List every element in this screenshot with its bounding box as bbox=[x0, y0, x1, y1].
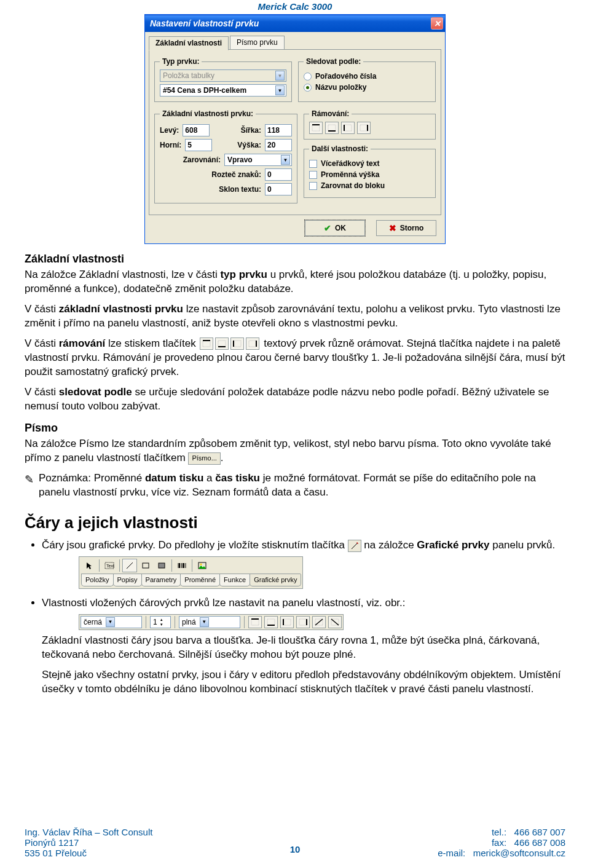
footer-street: Pionýrů 1217 bbox=[25, 837, 79, 848]
zakladni-legend: Základní vlastnosti prvku: bbox=[160, 109, 256, 118]
line-icon bbox=[122, 559, 137, 572]
radio-nazev-polozky[interactable] bbox=[304, 84, 312, 92]
border-left-icon bbox=[230, 337, 244, 350]
text: panelu prvků. bbox=[489, 539, 555, 551]
line-style-select: plná▼ bbox=[179, 616, 240, 628]
border-bottom-button[interactable] bbox=[325, 122, 339, 134]
check-icon: ✔ bbox=[324, 223, 331, 233]
border-bottom-icon bbox=[215, 337, 229, 350]
typ-prvku-disabled-value: Položka tabulky bbox=[163, 71, 214, 80]
text-strong: typ prvku bbox=[220, 269, 267, 280]
paragraph: V části sledovat podle se určuje sledová… bbox=[25, 385, 565, 414]
text: . bbox=[221, 452, 224, 464]
svg-rect-34 bbox=[267, 619, 275, 625]
svg-rect-8 bbox=[203, 341, 210, 347]
svg-rect-22 bbox=[143, 563, 149, 568]
ok-label: OK bbox=[335, 224, 346, 232]
roztec-input[interactable] bbox=[265, 168, 292, 181]
paragraph: Na záložce Základní vlastnosti, lze v čá… bbox=[25, 268, 565, 296]
bottom-tab-graficke: Grafické prvky bbox=[250, 574, 301, 586]
group-ramovani: Rámování: bbox=[304, 109, 436, 140]
svg-point-31 bbox=[200, 564, 202, 566]
tab-zakladni-vlastnosti[interactable]: Základní vlastnosti bbox=[149, 36, 229, 50]
chevron-down-icon: ▼ bbox=[275, 71, 285, 81]
text-strong: rámování bbox=[59, 337, 106, 349]
sklon-input[interactable] bbox=[265, 183, 292, 195]
border-right-icon bbox=[246, 337, 259, 350]
chk-zarovnat-blok[interactable] bbox=[309, 182, 317, 190]
text: Na záložce Základní vlastnosti, lze v čá… bbox=[25, 269, 220, 280]
chevron-down-icon[interactable]: ▼ bbox=[275, 85, 285, 95]
dalsi-legend: Další vlastnosti: bbox=[309, 144, 371, 153]
list-item: Čáry jsou grafické prvky. Do předlohy je… bbox=[42, 539, 565, 589]
filled-rect-icon bbox=[154, 559, 169, 572]
chk-promenna-vyska[interactable] bbox=[309, 171, 317, 179]
zarovnani-select[interactable]: Vpravo ▼ bbox=[224, 154, 292, 166]
svg-rect-32 bbox=[251, 619, 259, 625]
border-left-button[interactable] bbox=[341, 122, 355, 134]
border-right-icon bbox=[296, 616, 310, 628]
vyska-input[interactable] bbox=[265, 139, 292, 151]
svg-rect-23 bbox=[159, 563, 165, 568]
line-color-select: černá▼ bbox=[81, 616, 142, 628]
border-top-icon bbox=[200, 337, 213, 350]
sirka-input[interactable] bbox=[265, 124, 292, 136]
horni-label: Horní: bbox=[160, 141, 181, 149]
footer-tel: 466 687 007 bbox=[514, 827, 565, 837]
bottom-tab-polozky: Položky bbox=[81, 574, 114, 586]
pointer-icon bbox=[82, 559, 96, 572]
radio-label-poradi: Pořadového čísla bbox=[315, 72, 376, 81]
chk-label-promenna: Proměnná výška bbox=[321, 170, 379, 179]
border-left-icon bbox=[280, 616, 294, 628]
group-sledovat-podle: Sledovat podle: Pořadového čísla Názvu p… bbox=[298, 57, 436, 102]
group-typ-prvku: Typ prvku: Položka tabulky ▼ #54 Cena s … bbox=[154, 57, 292, 102]
typ-prvku-value: #54 Cena s DPH-celkem bbox=[163, 86, 246, 95]
footer-author: Ing. Václav Říha – Soft Consult bbox=[25, 827, 152, 837]
chevron-down-icon[interactable]: ▼ bbox=[281, 155, 290, 165]
diag1-icon bbox=[312, 616, 326, 628]
text: na záložce bbox=[364, 539, 417, 551]
close-icon[interactable]: ✕ bbox=[431, 17, 443, 30]
border-right-button[interactable] bbox=[357, 122, 371, 134]
ok-button[interactable]: ✔ OK bbox=[305, 220, 365, 236]
bottom-tab-popisy: Popisy bbox=[113, 574, 142, 586]
tab-pismo-prvku[interactable]: Písmo prvku bbox=[230, 36, 285, 49]
titlebar[interactable]: Nastavení vlastností prvku ✕ bbox=[145, 15, 445, 32]
textbox-icon: Text bbox=[102, 559, 117, 572]
svg-line-16 bbox=[352, 543, 358, 549]
toolbar-graficke-prvky: Text Položky Popisy bbox=[79, 556, 303, 589]
radio-label-nazev: Názvu položky bbox=[315, 83, 366, 92]
text: lze stiskem tlačítek bbox=[105, 337, 199, 349]
text: Na záložce Písmo lze standardním způsobe… bbox=[25, 438, 551, 464]
line-tool-icon bbox=[348, 540, 361, 552]
group-zakladni-vlastnosti: Základní vlastnosti prvku: Levý: Šířka: … bbox=[154, 109, 297, 203]
border-bottom-icon bbox=[264, 616, 278, 628]
chk-viceradkovy[interactable] bbox=[309, 160, 317, 168]
line-width-value: 1 bbox=[153, 617, 157, 627]
sirka-label: Šířka: bbox=[241, 126, 261, 135]
svg-rect-4 bbox=[344, 125, 352, 131]
inline-border-buttons bbox=[200, 337, 259, 350]
text-strong: sledovat podle bbox=[59, 386, 132, 398]
rect-icon bbox=[138, 559, 153, 572]
svg-rect-2 bbox=[328, 125, 336, 131]
svg-rect-38 bbox=[299, 619, 307, 625]
line-style-value: plná bbox=[182, 617, 196, 627]
text-strong: Grafické prvky bbox=[417, 539, 489, 551]
text: Poznámka: Proměnné bbox=[39, 472, 145, 484]
typ-prvku-select[interactable]: #54 Cena s DPH-celkem ▼ bbox=[160, 84, 286, 97]
group-dalsi-vlastnosti: Další vlastnosti: Víceřádkový text Promě… bbox=[304, 144, 436, 198]
sledovat-legend: Sledovat podle: bbox=[304, 57, 363, 66]
border-top-button[interactable] bbox=[309, 122, 323, 134]
horni-input[interactable] bbox=[185, 139, 212, 151]
chk-label-blok: Zarovnat do bloku bbox=[321, 181, 385, 190]
storno-button[interactable]: ✖ Storno bbox=[376, 220, 436, 236]
levy-input[interactable] bbox=[183, 124, 210, 136]
dialog-window: Nastavení vlastností prvku ✕ Základní vl… bbox=[144, 14, 446, 244]
radio-poradove-cislo[interactable] bbox=[304, 73, 312, 81]
svg-line-21 bbox=[127, 562, 133, 569]
line-color-value: černá bbox=[84, 617, 102, 627]
heading-cary: Čáry a jejich vlastnosti bbox=[25, 513, 565, 532]
dialog-tabstrip: Základní vlastnosti Písmo prvku bbox=[149, 36, 441, 50]
border-top-icon bbox=[248, 616, 262, 628]
